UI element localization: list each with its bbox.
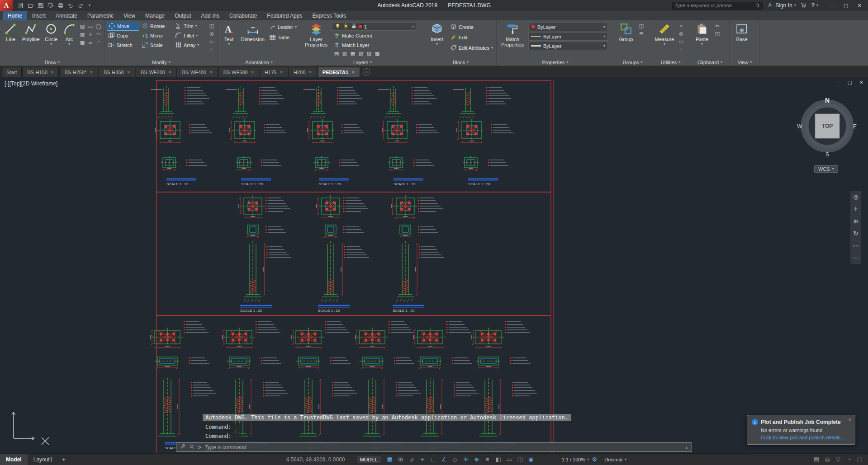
paste-tool[interactable]: Paste ▾ (692, 22, 712, 46)
layer-on-icon[interactable] (334, 23, 341, 30)
edit-block-tool[interactable]: Edit (449, 33, 494, 42)
draw-panel-label[interactable]: Draw ▾ (0, 58, 104, 66)
object-filter-icon[interactable]: ▽ (833, 455, 844, 465)
ribbon-tab-featured-apps[interactable]: Featured Apps (262, 11, 307, 20)
ribbon-tab-view[interactable]: View (119, 11, 140, 20)
view-panel-label[interactable]: View ▾ (730, 58, 759, 66)
draw-extra-tool-2[interactable]: ▭ (87, 23, 94, 29)
arc-flyout-caret-icon[interactable]: ▾ (68, 42, 70, 46)
model-tab[interactable]: Model (0, 454, 28, 465)
command-search-icon[interactable] (189, 444, 195, 451)
file-tab-start[interactable]: Start (1, 67, 22, 77)
utilities-extra-tool-2[interactable]: ◎ (678, 30, 685, 37)
draw-extra-tool-6[interactable]: ◠ (95, 31, 102, 38)
lineweight-dropdown[interactable]: ByLayer ▾ (528, 42, 608, 50)
open-file-icon[interactable] (26, 1, 35, 10)
modify-extra-tool-1[interactable]: ◫ (208, 23, 215, 29)
ortho-mode-icon[interactable]: ∟ (428, 455, 439, 465)
modify-panel-label[interactable]: Modify ▾ (105, 58, 218, 66)
search-input[interactable] (674, 3, 753, 8)
scale-tool[interactable]: Scale (140, 41, 173, 50)
fillet-tool[interactable]: Fillet▾ (174, 31, 206, 40)
tab-close-icon[interactable]: ✕ (127, 70, 131, 75)
object-snap-icon[interactable]: ⊕ (471, 455, 482, 465)
layer-dropdown-caret-icon[interactable]: ▾ (412, 25, 414, 28)
ribbon-tab-insert[interactable]: Insert (27, 11, 51, 20)
file-tab-bs-wf200[interactable]: BS-WF200✕ (136, 67, 176, 77)
orbit-icon[interactable]: ↻ (854, 230, 859, 237)
pan-icon[interactable]: ✛ (854, 206, 859, 212)
create-block-tool[interactable]: Create (449, 23, 494, 32)
move-tool[interactable]: Move (107, 22, 139, 31)
utilities-extra-tool-4[interactable]: ◌ (678, 46, 685, 52)
groups-extra-tool-1[interactable]: ◫ (638, 23, 645, 29)
file-tab-bs-wf500[interactable]: BS-WF500✕ (218, 67, 259, 77)
compass-north[interactable]: N (825, 97, 830, 104)
match-properties-tool[interactable]: Match Properties (498, 22, 526, 48)
graphics-performance-icon[interactable]: ◔ (844, 455, 854, 465)
linetype-dropdown[interactable]: ByLayer ▾ (528, 32, 608, 41)
layer-extra-tool-2[interactable]: ▥ (341, 50, 348, 56)
leader-tool[interactable]: Leader▾ (268, 23, 298, 32)
close-button[interactable]: ✕ (853, 0, 866, 11)
circle-tool[interactable]: Circle ▾ (43, 22, 60, 46)
command-expand-icon[interactable]: ▴ (686, 445, 688, 450)
annotation-visibility-icon[interactable]: ◉ (526, 455, 536, 465)
properties-panel-label[interactable]: Properties ▾ (497, 58, 614, 66)
isolate-objects-icon[interactable]: ◎ (822, 455, 833, 465)
groups-extra-tool-2[interactable]: ⊟ (638, 30, 645, 37)
polar-tracking-icon[interactable]: ∠ (439, 455, 450, 465)
file-tab-bs-h150[interactable]: BS-H150✕ (22, 67, 59, 77)
tab-close-icon[interactable]: ✕ (251, 70, 255, 75)
minimize-button[interactable]: – (825, 0, 839, 11)
tab-close-icon[interactable]: ✕ (351, 70, 355, 75)
settings-gear-icon[interactable]: ⚙ (589, 455, 600, 465)
draw-extra-tool-4[interactable]: ▧ (79, 31, 86, 38)
layer-extra-tool-5[interactable]: ▨ (365, 50, 373, 56)
stretch-tool[interactable]: Stretch (107, 41, 139, 50)
file-tab-h175[interactable]: H175✕ (260, 67, 288, 77)
rotate-tool[interactable]: Rotate (140, 22, 173, 31)
arc-tool[interactable]: Arc ▾ (62, 22, 77, 46)
wcs-dropdown[interactable]: WCS ▾ (814, 165, 838, 173)
annotation-panel-label[interactable]: Annotation ▾ (218, 58, 300, 66)
file-tab-h200[interactable]: H200✕ (289, 67, 317, 77)
command-input[interactable]: > Type a command ▴ (176, 442, 692, 452)
selection-cycling-icon[interactable]: ▭ (504, 455, 515, 465)
showmotion-icon[interactable]: ▭ (853, 242, 859, 249)
array-tool[interactable]: Array▾ (174, 41, 206, 50)
draw-extra-tool-7[interactable]: ▩ (79, 39, 86, 46)
file-tab-bs-h350[interactable]: BS-H350✕ (99, 67, 135, 77)
layers-panel-label[interactable]: Layers ▾ (300, 58, 425, 66)
copy-tool[interactable]: Copy (107, 31, 139, 40)
view-compass[interactable]: N E S W TOP (789, 88, 866, 164)
ribbon-tab-express-tools[interactable]: Express Tools (307, 11, 351, 20)
lineweight-display-icon[interactable]: ≡ (482, 455, 493, 465)
layer-extra-tool-4[interactable]: ▧ (357, 50, 365, 56)
new-layout-button[interactable]: + (58, 456, 69, 463)
file-tab-pedesta1[interactable]: PEDESTA1✕ (318, 67, 360, 77)
text-tool[interactable]: A Text ▾ (220, 22, 238, 46)
draw-extra-tool-3[interactable]: ◯ (95, 23, 102, 29)
sign-in-button[interactable]: Sign In ▾ (767, 2, 796, 9)
maximize-button[interactable]: ▢ (839, 0, 853, 11)
draw-extra-tool-8[interactable]: ▱ (87, 39, 94, 46)
transparency-icon[interactable]: ◧ (493, 455, 504, 465)
redo-icon[interactable] (76, 1, 85, 10)
more-icon[interactable]: ⋯ (853, 254, 859, 261)
trim-tool[interactable]: Trim▾ (174, 22, 206, 31)
isometric-drafting-icon[interactable]: ◇ (450, 455, 460, 465)
compass-west[interactable]: W (797, 123, 802, 130)
compass-south[interactable]: S (825, 151, 829, 158)
clipboard-extra-tool-1[interactable]: ✂ (714, 23, 721, 29)
tab-close-icon[interactable]: ✕ (280, 70, 283, 75)
autocad-logo-icon[interactable]: A (0, 0, 13, 11)
help-search-box[interactable] (672, 2, 763, 9)
tab-close-icon[interactable]: ✕ (308, 70, 312, 75)
groups-panel-label[interactable]: Groups ▾ (614, 58, 651, 66)
doc-close-icon[interactable]: ✕ (859, 80, 863, 85)
clipboard-extra-tool-2[interactable]: ◫ (714, 30, 721, 37)
drawing-canvas[interactable]: SCALE 1 : 20SCALE 1 : 20SCALE 1 : 20SCAL… (0, 77, 868, 453)
object-color-dropdown[interactable]: ByLayer ▾ (528, 23, 608, 31)
ribbon-tab-parametric[interactable]: Parametric (82, 11, 119, 20)
